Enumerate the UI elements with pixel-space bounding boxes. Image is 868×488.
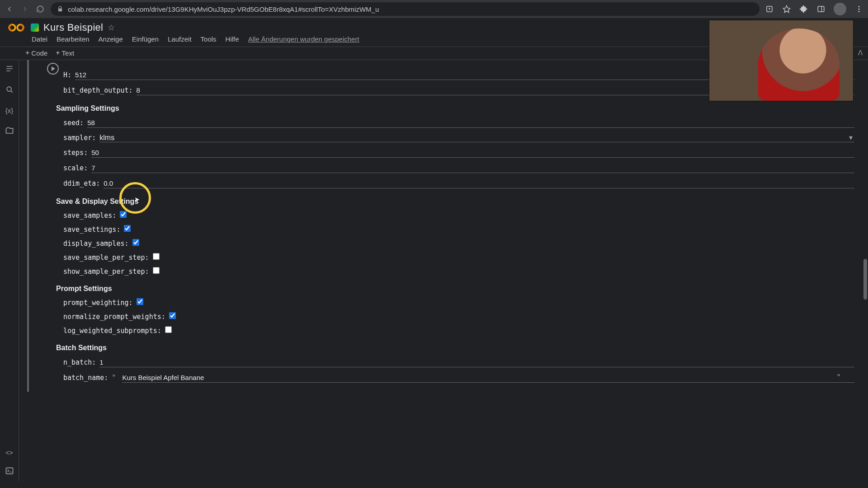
field-display-samples: display_samples: xyxy=(63,239,854,248)
label-scale: scale: xyxy=(63,164,88,172)
run-cell-button[interactable] xyxy=(47,63,59,75)
notebook-content: H: bit_depth_output: Sampling Settings s… xyxy=(19,60,868,481)
checkbox-save-sample-per-step[interactable] xyxy=(153,253,160,260)
label-prompt-weighting: prompt_weighting: xyxy=(63,299,133,307)
input-n-batch[interactable] xyxy=(99,357,854,367)
url-text: colab.research.google.com/drive/13G9KHyM… xyxy=(68,5,379,13)
browser-toolbar: colab.research.google.com/drive/13G9KHyM… xyxy=(0,0,868,18)
field-batch-name: batch_name: " " xyxy=(63,373,854,383)
forward-button[interactable] xyxy=(20,4,30,14)
checkbox-prompt-weighting[interactable] xyxy=(137,298,143,305)
input-ddim-eta[interactable] xyxy=(104,178,854,188)
label-save-sample-per-step: save_sample_per_step: xyxy=(63,253,149,262)
toc-icon[interactable] xyxy=(5,64,14,74)
checkbox-show-sample-per-step[interactable] xyxy=(153,267,160,274)
field-save-sample-per-step: save_sample_per_step: xyxy=(63,253,854,262)
save-status[interactable]: Alle Änderungen wurden gespeichert xyxy=(248,35,359,43)
doc-star-icon[interactable]: ☆ xyxy=(108,23,115,33)
label-normalize-prompt-weights: normalize_prompt_weights: xyxy=(63,313,165,321)
checkbox-log-weighted-subprompts[interactable] xyxy=(165,326,172,333)
input-steps[interactable] xyxy=(91,148,854,158)
terminal-icon[interactable] xyxy=(5,466,14,476)
menu-file[interactable]: Datei xyxy=(32,35,47,43)
variables-icon[interactable]: {x} xyxy=(5,105,14,115)
field-steps: steps: xyxy=(63,148,854,158)
scrollbar[interactable] xyxy=(863,114,868,477)
back-button[interactable] xyxy=(5,4,14,14)
select-sampler[interactable]: klms xyxy=(99,134,114,142)
label-save-samples: save_samples: xyxy=(63,211,116,220)
menu-tools[interactable]: Tools xyxy=(201,35,217,43)
menu-view[interactable]: Anzeige xyxy=(99,35,123,43)
svg-point-7 xyxy=(7,87,11,91)
svg-point-3 xyxy=(859,9,860,10)
quote-open: " xyxy=(112,374,118,382)
label-sampler: sampler: xyxy=(63,134,96,142)
webcam-overlay xyxy=(709,20,854,101)
add-code-button[interactable]: +Code xyxy=(25,49,47,57)
input-batch-name[interactable] xyxy=(122,373,854,383)
menu-insert[interactable]: Einfügen xyxy=(132,35,159,43)
section-sampling: Sampling Settings xyxy=(56,104,854,113)
menu-help[interactable]: Hilfe xyxy=(226,35,239,43)
label-display-samples: display_samples: xyxy=(63,239,129,248)
label-save-settings: save_settings: xyxy=(63,225,120,234)
input-scale[interactable] xyxy=(91,163,854,173)
label-h: H: xyxy=(63,71,71,79)
search-icon[interactable] xyxy=(5,84,14,94)
code-snippet-icon[interactable]: <> xyxy=(5,448,14,458)
profile-avatar[interactable] xyxy=(834,3,846,15)
field-prompt-weighting: prompt_weighting: xyxy=(63,298,854,307)
star-icon[interactable] xyxy=(782,5,791,14)
extensions-icon[interactable] xyxy=(799,5,808,14)
field-sampler: sampler: klms ▾ xyxy=(63,133,854,142)
svg-point-2 xyxy=(859,6,860,7)
svg-point-4 xyxy=(859,11,860,12)
field-log-weighted-subprompts: log_weighted_subprompts: xyxy=(63,326,854,335)
chrome-actions xyxy=(765,3,863,15)
label-batch-name: batch_name: xyxy=(63,374,108,382)
input-seed[interactable] xyxy=(87,118,854,128)
scroll-thumb[interactable] xyxy=(863,259,867,300)
section-save-display: Save & Display Settings xyxy=(56,197,854,206)
quote-close: " xyxy=(836,373,841,381)
field-scale: scale: xyxy=(63,163,854,173)
label-show-sample-per-step: show_sample_per_step: xyxy=(63,267,149,276)
field-show-sample-per-step: show_sample_per_step: xyxy=(63,267,854,276)
checkbox-save-settings[interactable] xyxy=(124,225,131,232)
label-log-weighted-subprompts: log_weighted_subprompts: xyxy=(63,327,161,335)
url-bar[interactable]: colab.research.google.com/drive/13G9KHyM… xyxy=(51,2,760,16)
side-panel-icon[interactable] xyxy=(816,5,826,14)
files-icon[interactable] xyxy=(5,126,14,136)
checkbox-display-samples[interactable] xyxy=(132,239,139,246)
collapse-chevron-icon[interactable]: ᐱ xyxy=(858,49,863,57)
webcam-person xyxy=(758,28,840,101)
kebab-icon[interactable] xyxy=(854,5,863,14)
add-text-button[interactable]: +Text xyxy=(56,49,74,57)
label-ddim-eta: ddim_eta: xyxy=(63,179,100,188)
reload-button[interactable] xyxy=(35,4,45,14)
field-save-samples: save_samples: xyxy=(63,211,854,220)
label-steps: steps: xyxy=(63,149,88,157)
field-n-batch: n_batch: xyxy=(63,357,854,367)
field-seed: seed: xyxy=(63,118,854,128)
colab-logo-icon[interactable] xyxy=(8,22,24,33)
section-prompt: Prompt Settings xyxy=(56,285,854,293)
label-bit-depth: bit_depth_output: xyxy=(63,86,133,94)
install-icon[interactable] xyxy=(765,5,774,14)
svg-rect-8 xyxy=(6,468,13,474)
chevron-down-icon[interactable]: ▾ xyxy=(849,133,853,142)
checkbox-save-samples[interactable] xyxy=(120,211,127,218)
doc-title[interactable]: Kurs Beispiel xyxy=(43,22,103,33)
field-ddim-eta: ddim_eta: xyxy=(63,178,854,188)
label-seed: seed: xyxy=(63,119,84,127)
menu-edit[interactable]: Bearbeiten xyxy=(57,35,90,43)
field-save-settings: save_settings: xyxy=(63,225,854,234)
menu-runtime[interactable]: Laufzeit xyxy=(168,35,192,43)
section-batch: Batch Settings xyxy=(56,344,854,352)
label-n-batch: n_batch: xyxy=(63,358,96,366)
lock-icon xyxy=(57,6,63,12)
field-normalize-prompt-weights: normalize_prompt_weights: xyxy=(63,312,854,321)
left-rail: {x} <> xyxy=(0,60,19,481)
checkbox-normalize-prompt-weights[interactable] xyxy=(169,312,176,319)
